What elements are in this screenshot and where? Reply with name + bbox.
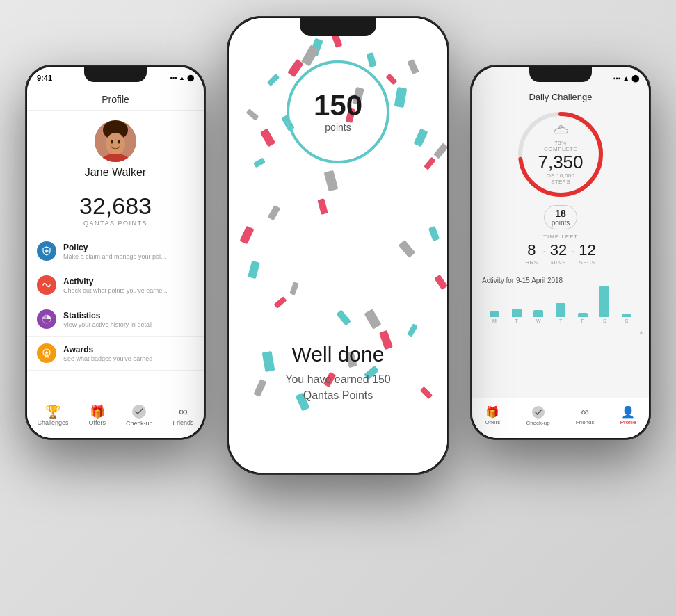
points-text: 150 points [314, 91, 362, 133]
left-bottom-nav: 🏆 Challenges 🎁 Offers Check-up ∞ Friends [27, 398, 204, 438]
svg-rect-28 [260, 129, 275, 147]
menu-list: Policy Make a claim and manage your pol.… [27, 234, 204, 371]
points-circle: 150 points [282, 56, 394, 168]
right-nav-checkup[interactable]: Check-up [526, 406, 549, 426]
user-name: Jane Walker [27, 166, 204, 179]
challenge-title: Daily Challenge [529, 92, 592, 102]
hrs-val: 8 [525, 241, 538, 259]
time-left-label: TIME LEFT [525, 234, 595, 240]
right-screen: Daily Challenge [472, 86, 649, 438]
label-m: M [492, 318, 497, 323]
points-badge: 18 points [544, 205, 578, 229]
time-col-hrs: 8 HRS [525, 241, 538, 266]
challenge-header: Daily Challenge [472, 86, 649, 105]
chart-area: M T W T [482, 289, 639, 323]
menu-item-policy[interactable]: Policy Make a claim and manage your pol.… [27, 234, 204, 268]
offers-label: Offers [89, 419, 106, 426]
points-label-text: points [314, 122, 362, 133]
well-done-text: Well done [229, 343, 447, 366]
steps-number: 7,350 [538, 152, 583, 172]
bar-m [490, 311, 499, 317]
center-notch [300, 18, 376, 36]
right-nav-offers[interactable]: 🎁 Offers [485, 407, 501, 425]
time-sep-2: · [571, 242, 574, 261]
bar-s2 [622, 314, 631, 317]
challenges-label: Challenges [38, 419, 69, 426]
friends-label: Friends [172, 419, 193, 426]
friends-icon: ∞ [179, 405, 188, 418]
svg-point-5 [118, 140, 120, 144]
right-friends-label: Friends [576, 419, 595, 425]
mins-unit: MINS [550, 259, 567, 266]
activity-icon [37, 275, 56, 295]
right-profile-icon: 👤 [621, 407, 635, 418]
menu-item-awards[interactable]: Awards See what badges you've earned [27, 337, 204, 371]
center-bottom-text: Well done You have earned 150Qantas Poin… [229, 343, 447, 403]
menu-text-awards: Awards See what badges you've earned [63, 345, 152, 362]
svg-rect-32 [434, 275, 447, 290]
right-profile-label: Profile [620, 419, 636, 425]
svg-rect-29 [424, 157, 436, 170]
left-screen-content: Profile [27, 86, 204, 438]
center-phone: 150 points Well done You have earned 150… [227, 16, 449, 475]
badge-points-label: points [552, 219, 570, 227]
svg-rect-17 [428, 226, 440, 241]
steps-of: OF 10,000 STEPS [538, 172, 583, 184]
policy-title: Policy [63, 243, 166, 252]
shoe-icon [538, 124, 583, 138]
awards-title: Awards [63, 345, 152, 355]
right-bottom-nav: 🎁 Offers Check-up ∞ Friends 👤 Profile [472, 398, 649, 438]
secs-unit: SECS [579, 259, 595, 266]
right-checkup-icon [532, 406, 545, 419]
qantas-points-number: 32,683 [27, 193, 204, 220]
right-nav-friends[interactable]: ∞ Friends [576, 407, 595, 425]
steps-circle: 73% COMPLETE 7,350 OF 10,000 STEPS [515, 109, 606, 200]
svg-rect-12 [267, 74, 280, 86]
time-values: 8 HRS · 32 MINS · 12 SECS [525, 241, 595, 266]
policy-icon [37, 241, 56, 261]
svg-point-4 [111, 140, 113, 144]
bar-f [578, 313, 588, 317]
left-nav-checkup[interactable]: Check-up [126, 405, 153, 427]
time-col-secs: 12 SECS [579, 241, 595, 266]
right-nav-profile[interactable]: 👤 Profile [620, 407, 636, 425]
right-offers-label: Offers [485, 419, 501, 425]
label-t2: T [559, 318, 562, 323]
svg-rect-20 [407, 323, 418, 337]
svg-rect-18 [248, 261, 260, 279]
menu-item-statistics[interactable]: Statistics View your active history in d… [27, 302, 204, 337]
points-number: 150 [314, 91, 362, 120]
left-nav-offers[interactable]: 🎁 Offers [89, 405, 106, 426]
svg-rect-13 [394, 87, 408, 108]
label-w: W [536, 318, 541, 323]
chart-day-s2: S [617, 314, 636, 323]
menu-item-activity[interactable]: Activity Check out what points you've ea… [27, 268, 204, 302]
left-notch [84, 67, 147, 82]
steps-info: 73% COMPLETE 7,350 OF 10,000 STEPS [538, 124, 583, 185]
left-status-icons: ▪▪▪ ▲ ⬤ [170, 74, 195, 81]
left-nav-challenges[interactable]: 🏆 Challenges [38, 405, 69, 426]
svg-rect-19 [336, 309, 351, 325]
offers-icon: 🎁 [90, 405, 105, 418]
scroll-indicator: ∧ [472, 325, 649, 337]
avatar-container [27, 120, 204, 162]
statistics-subtitle: View your active history in detail [63, 321, 152, 328]
activity-section: Activity for 9-15 April 2018 M T W [472, 273, 649, 323]
profile-title: Profile [102, 94, 129, 105]
activity-subtitle: Check out what points you've earne... [63, 287, 168, 294]
left-nav-friends[interactable]: ∞ Friends [172, 405, 193, 426]
badge-points: 18 [555, 208, 566, 219]
svg-rect-15 [413, 129, 428, 147]
svg-rect-31 [239, 226, 254, 245]
confetti-container: 150 points Well done You have earned 150… [229, 18, 447, 473]
chart-day-t1: T [507, 309, 526, 323]
menu-text-statistics: Statistics View your active history in d… [63, 311, 152, 328]
svg-rect-33 [274, 296, 287, 309]
awards-subtitle: See what badges you've earned [63, 355, 152, 362]
right-notch [529, 67, 592, 82]
label-s2: S [625, 318, 629, 323]
policy-subtitle: Make a claim and manage your pol... [63, 253, 166, 260]
bar-t2 [556, 303, 565, 317]
activity-title: Activity for 9-15 April 2018 [482, 277, 639, 284]
left-time: 9:41 [37, 74, 52, 82]
